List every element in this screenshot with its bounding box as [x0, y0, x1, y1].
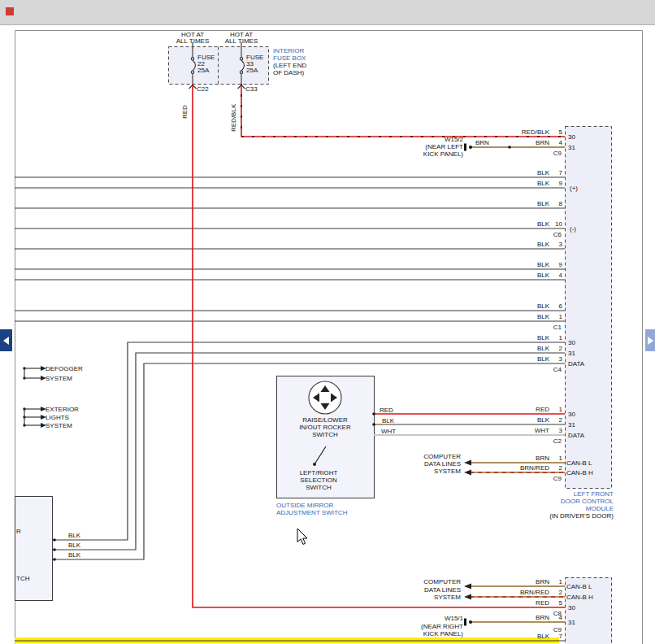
module-location: (IN DRIVER'S DOOR) [520, 512, 614, 520]
module-internal-minus: (-) [570, 225, 576, 233]
computer-label-1: COMPUTER [380, 578, 461, 585]
module-name-2: DOOR CONTROL [520, 498, 614, 505]
switch-caption-1: OUTSIDE MIRROR [276, 502, 333, 509]
connector-label: C9 [529, 150, 562, 157]
wire-label: BLK [468, 355, 549, 363]
wire-label: RED [468, 599, 549, 607]
wire-label: WHT [468, 427, 549, 434]
wire-label-blk: BLK [68, 532, 80, 539]
pin-number: 1 [546, 334, 562, 342]
module-internal-31: 31 [568, 350, 575, 357]
connector-label: C9 [529, 475, 562, 482]
pin-number: 7 [546, 169, 562, 176]
scroll-left-button[interactable] [0, 329, 12, 351]
module-internal-canbl: CAN-B L [566, 583, 592, 590]
wire-label: BRN [468, 578, 549, 585]
wire-label-redblk-vert: RED/BLK [230, 93, 238, 132]
wire-label: BLK [468, 169, 549, 176]
hot-at-label-2b: ALL TIMES [217, 37, 266, 45]
splice-location-2: KICK PANEL) [382, 150, 463, 158]
pin-number: 6 [546, 302, 562, 310]
computer-label-2: DATA LINES [380, 586, 461, 594]
selector-label-2: SELECTION [271, 476, 366, 484]
connector-c33: C33 [245, 85, 258, 93]
wire-label: BLK [468, 334, 549, 342]
left-arrow-icon [3, 337, 9, 345]
selector-label-1: LEFT/RIGHT [271, 469, 366, 476]
fusebox-title-1: INTERIOR [273, 47, 304, 54]
pin-number: 3 [546, 427, 562, 434]
splice-location-1: (NEAR LEFT [382, 143, 463, 150]
pin-number: 5 [546, 128, 562, 136]
red-square-icon[interactable] [6, 7, 14, 15]
wire-label-red-vert: RED [181, 91, 189, 119]
left-box-text-fragment: TCH [16, 575, 29, 582]
right-arrow-icon [648, 337, 653, 345]
exterior-label-1: EXTERIOR [46, 406, 79, 413]
pin-number: 2 [546, 464, 562, 472]
module-internal-31: 31 [568, 619, 575, 626]
splice-name: W15/1 [382, 615, 463, 622]
module-internal-31: 31 [568, 144, 575, 151]
pin-number: 8 [546, 200, 562, 207]
scroll-right-button[interactable] [645, 329, 655, 351]
pin-number: 5 [546, 599, 562, 607]
module-internal-data: DATA [568, 432, 584, 439]
pin-number: 2 [546, 416, 562, 424]
pin-number: 3 [546, 355, 562, 363]
pin-number: 2 [546, 345, 562, 352]
module-internal-31: 31 [568, 421, 575, 429]
pin-number: 1 [546, 406, 562, 413]
module-internal-data: DATA [568, 360, 584, 368]
fusebox-title-2: FUSE BOX [273, 54, 306, 62]
connector-label: C8 [529, 610, 562, 617]
module-internal-30: 30 [568, 339, 575, 346]
connector-label: C2 [529, 437, 562, 445]
wire-label: BLK [468, 180, 549, 187]
connector-label: C4 [529, 366, 562, 373]
splice-name: W15/2 [382, 136, 463, 143]
splice-location-2: KICK PANEL) [382, 630, 463, 637]
module-internal-plus: (+) [570, 185, 578, 192]
pin-number: 7 [546, 633, 562, 640]
pin-number: 3 [546, 241, 562, 248]
wire-label-blk: BLK [68, 551, 80, 559]
computer-label-2: DATA LINES [380, 460, 461, 468]
viewer-topbar [0, 0, 655, 25]
wire-label: BLK [468, 313, 549, 320]
module-internal-canbh: CAN-B H [566, 469, 593, 476]
pin-number: 4 [546, 272, 562, 279]
computer-label-3: SYSTEM [380, 594, 461, 601]
connector-label: C1 [529, 324, 562, 331]
splice-location-1: (NEAR RIGHT [382, 623, 463, 630]
wire-label: BLK [468, 261, 549, 268]
pin-number: 1 [546, 455, 562, 462]
defogger-label-2: SYSTEM [46, 375, 72, 382]
selector-label-3: SWITCH [271, 484, 366, 491]
wire-label: BRN [468, 455, 549, 462]
fuse33-amps: 25A [246, 67, 258, 74]
wire-label: BLK [468, 302, 549, 310]
exterior-label-2: LIGHTS [46, 414, 69, 421]
fuse22-amps: 25A [197, 67, 209, 74]
wire-label: BRN/RED [468, 589, 549, 596]
fusebox-location-1: (LEFT END [273, 62, 306, 69]
connector-c22: C22 [197, 85, 209, 93]
module-internal-30: 30 [568, 133, 575, 141]
wire-label-wht: WHT [381, 428, 396, 435]
module-internal-30: 30 [568, 411, 575, 418]
wire-label-blk: BLK [382, 417, 394, 424]
wire-label: RED/BLK [468, 128, 549, 136]
wire-label-blk: BLK [68, 542, 80, 549]
hot-at-label-1b: ALL TIMES [168, 37, 217, 45]
wire-label-brn: BRN [475, 139, 489, 146]
rocker-label-2: IN/OUT ROCKER [278, 424, 372, 431]
text-layer: HOT AT ALL TIMES HOT AT ALL TIMES FUSE 2… [0, 0, 655, 644]
switch-caption-2: ADJUSTMENT SWITCH [276, 509, 347, 516]
wire-label: BLK [468, 633, 549, 640]
pin-number: 1 [546, 578, 562, 585]
wire-label: BLK [468, 416, 549, 424]
module-internal-30: 30 [568, 604, 575, 611]
wire-label: BLK [468, 200, 549, 207]
wire-label: RED [468, 406, 549, 413]
